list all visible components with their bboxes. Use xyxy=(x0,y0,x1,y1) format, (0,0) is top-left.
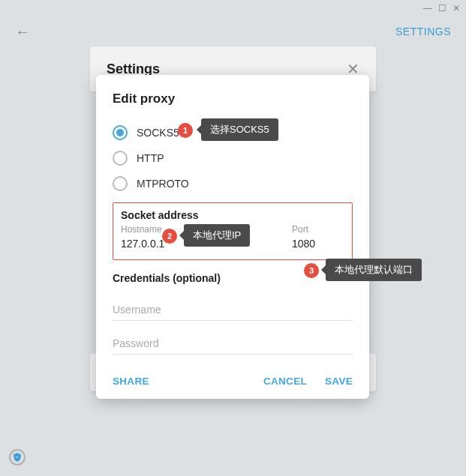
radio-label: HTTP xyxy=(137,152,164,164)
radio-label: SOCKS5 xyxy=(137,127,179,139)
annotation-badge-2: 2 xyxy=(162,229,177,244)
dialog-actions: SHARE CANCEL SAVE xyxy=(113,376,353,387)
annotation-tip-2: 本地代理IP xyxy=(184,224,250,247)
annotation-tip-3: 本地代理默认端口 xyxy=(326,259,422,281)
dialog-title: Edit proxy xyxy=(113,91,353,106)
save-button[interactable]: SAVE xyxy=(325,376,353,387)
port-field[interactable]: Port xyxy=(292,224,344,252)
cancel-button[interactable]: CANCEL xyxy=(263,376,307,387)
radio-label: MTPROTO xyxy=(137,178,189,190)
proxy-type-mtproto[interactable]: MTPROTO xyxy=(113,171,353,196)
port-label: Port xyxy=(292,224,344,235)
annotation-tip-1: 选择SOCKS5 xyxy=(201,118,278,141)
username-input[interactable] xyxy=(113,298,353,321)
radio-icon xyxy=(113,125,128,140)
radio-icon xyxy=(113,176,128,191)
password-input[interactable] xyxy=(113,331,353,355)
radio-icon xyxy=(113,151,128,166)
annotation-badge-3: 3 xyxy=(304,263,319,278)
annotation-badge-1: 1 xyxy=(178,123,193,138)
port-input[interactable] xyxy=(292,236,344,252)
share-button[interactable]: SHARE xyxy=(113,376,149,387)
socket-section-title: Socket address xyxy=(121,209,344,221)
proxy-type-http[interactable]: HTTP xyxy=(113,145,353,171)
